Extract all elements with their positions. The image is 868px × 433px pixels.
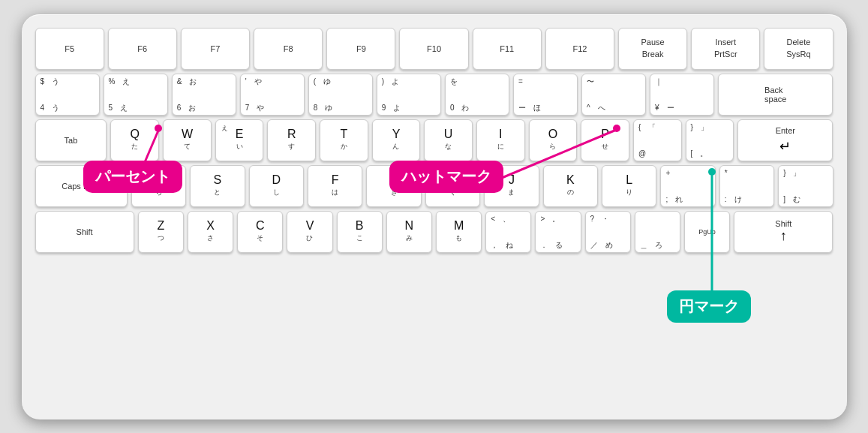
key-period[interactable]: > 。 ． る	[535, 211, 581, 253]
keyboard: F5 F6 F7 F8 F9 F10 F11 F12 PauseBreak In…	[22, 14, 847, 419]
key-quote-7[interactable]: ' や 7 や	[240, 74, 305, 116]
key-colon[interactable]: * : け	[719, 165, 774, 207]
key-s[interactable]: S と	[190, 165, 245, 207]
key-c[interactable]: C そ	[237, 211, 283, 253]
key-n[interactable]: N み	[386, 211, 432, 253]
key-lbrace[interactable]: { 「 @	[633, 119, 682, 161]
key-caps[interactable]: Caps Lock	[35, 165, 128, 207]
key-backspace[interactable]: Backspace	[718, 74, 833, 116]
asdf-row: Caps Lock A ち S と D し F は G き H く J ま	[35, 165, 833, 207]
key-f8[interactable]: F8	[254, 28, 323, 70]
fn-key-row: F5 F6 F7 F8 F9 F10 F11 F12 PauseBreak In…	[35, 28, 833, 70]
key-y[interactable]: Y ん	[372, 119, 421, 161]
key-lshift[interactable]: Shift	[35, 211, 134, 253]
key-rparen-9[interactable]: ) よ 9 よ	[377, 74, 441, 116]
key-z[interactable]: Z つ	[138, 211, 184, 253]
key-percent-5[interactable]: % え 5 え	[104, 74, 168, 116]
key-f12[interactable]: F12	[545, 28, 614, 70]
key-v[interactable]: V ひ	[287, 211, 332, 253]
key-f11[interactable]: F11	[473, 28, 542, 70]
key-g[interactable]: G き	[366, 165, 421, 207]
key-p[interactable]: P せ	[581, 119, 629, 161]
key-i[interactable]: I に	[476, 119, 525, 161]
key-j[interactable]: J ま	[484, 165, 539, 207]
key-b[interactable]: B こ	[337, 211, 383, 253]
key-pgup[interactable]: PgUp	[684, 211, 730, 253]
key-t[interactable]: T か	[320, 119, 368, 161]
key-delete[interactable]: DeleteSysRq	[764, 28, 833, 70]
key-pause[interactable]: PauseBreak	[618, 28, 687, 70]
number-row: $ う 4 う % え 5 え & お 6 お ' や 7 や ( ゆ 8 ゆ …	[35, 74, 833, 116]
key-tilde-he[interactable]: 〜 ^ へ	[581, 74, 646, 116]
key-wo-0[interactable]: を 0 わ	[445, 74, 509, 116]
qwerty-row: Tab Q た W て ぇ E い R す T か Y ん U な	[35, 119, 833, 161]
key-equals-ho[interactable]: = ー ほ	[513, 74, 578, 116]
key-f7[interactable]: F7	[181, 28, 250, 70]
key-tab[interactable]: Tab	[35, 119, 107, 161]
key-h[interactable]: H く	[425, 165, 480, 207]
key-f5[interactable]: F5	[35, 28, 104, 70]
key-d[interactable]: D し	[249, 165, 304, 207]
key-insert[interactable]: InsertPrtScr	[691, 28, 760, 70]
key-l[interactable]: L り	[602, 165, 656, 207]
key-e[interactable]: ぇ E い	[215, 119, 264, 161]
key-k[interactable]: K の	[543, 165, 598, 207]
key-u[interactable]: U な	[424, 119, 473, 161]
key-o[interactable]: O ら	[529, 119, 578, 161]
key-semicolon[interactable]: + ; れ	[660, 165, 715, 207]
key-f9[interactable]: F9	[326, 28, 395, 70]
key-comma[interactable]: < 、 ， ね	[485, 211, 531, 253]
key-rshift[interactable]: Shift ↑	[734, 211, 833, 253]
key-dollar-4[interactable]: $ う 4 う	[35, 74, 100, 116]
key-enter[interactable]: Enter ↵	[737, 119, 833, 161]
key-ro[interactable]: ＿ ろ	[635, 211, 680, 253]
key-x[interactable]: X さ	[188, 211, 233, 253]
key-m[interactable]: M も	[436, 211, 482, 253]
key-slash[interactable]: ? ・ ／ め	[585, 211, 631, 253]
key-f[interactable]: F は	[308, 165, 362, 207]
key-lparen-8[interactable]: ( ゆ 8 ゆ	[308, 74, 373, 116]
annotation-yen: 円マーク	[667, 290, 751, 323]
key-f6[interactable]: F6	[108, 28, 177, 70]
key-rbracket[interactable]: } 」 ] む	[778, 165, 833, 207]
key-rbrace[interactable]: } 」 [ 。	[686, 119, 734, 161]
key-a[interactable]: A ち	[131, 165, 186, 207]
key-f10[interactable]: F10	[399, 28, 468, 70]
key-amp-6[interactable]: & お 6 お	[172, 74, 236, 116]
key-yen-minus[interactable]: ｜ ¥ ー	[650, 74, 714, 116]
key-r[interactable]: R す	[267, 119, 316, 161]
key-w[interactable]: W て	[163, 119, 212, 161]
zxcv-row: Shift Z つ X さ C そ V ひ B こ N み M も <	[35, 211, 833, 253]
key-q[interactable]: Q た	[110, 119, 159, 161]
